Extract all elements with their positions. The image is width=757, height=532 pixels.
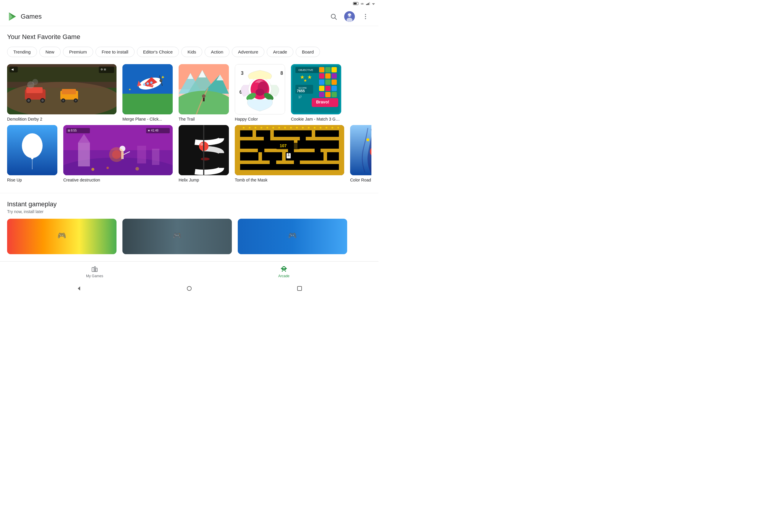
creative-destruction-scene: ⊞ 8:55 ★ 41:48 <box>63 125 173 175</box>
arcade-icon <box>280 266 288 273</box>
svg-rect-218 <box>282 267 283 268</box>
instant-games-row: 🎮 🎮 <box>7 219 371 254</box>
nav-label-my-games: My Games <box>86 274 103 278</box>
nav-item-my-games[interactable]: My Games <box>0 262 189 282</box>
chip-editors-choice[interactable]: Editor's Choice <box>137 47 179 57</box>
svg-rect-0 <box>366 4 367 5</box>
home-button[interactable] <box>186 285 193 292</box>
game-card-happy-color[interactable]: 3 8 6 <box>235 64 285 122</box>
chip-arcade[interactable]: Arcade <box>267 47 293 57</box>
svg-point-26 <box>42 99 44 102</box>
instant-game-1[interactable]: 🎮 <box>7 219 116 254</box>
game-card-cookie-jam[interactable]: OBJECTIVE SCORE 7655 17 <box>291 64 341 122</box>
svg-rect-224 <box>282 271 283 272</box>
game-name-cookie-jam: Cookie Jam - Match 3 Games <box>291 117 341 122</box>
svg-rect-90 <box>331 73 337 79</box>
game-card-creative-destruction[interactable]: ⊞ 8:55 ★ 41:48 Creative destruction <box>63 125 173 182</box>
chip-action[interactable]: Action <box>205 47 229 57</box>
svg-text:3: 3 <box>241 71 244 76</box>
svg-rect-95 <box>325 86 331 91</box>
svg-rect-222 <box>283 270 284 271</box>
svg-point-14 <box>365 14 366 15</box>
game-thumb-rise-up <box>7 125 57 175</box>
instant-game-2[interactable]: 🎮 <box>122 219 232 254</box>
color-road-scene <box>350 125 371 175</box>
search-icon <box>330 13 337 20</box>
game-card-demolition-derby-2[interactable]: ◀ ⚙ ⊞ Demolition Derby 2 <box>7 64 116 122</box>
svg-rect-125 <box>152 149 159 165</box>
svg-point-62 <box>202 94 205 98</box>
game-thumb-helix-jump <box>179 125 229 175</box>
recents-button[interactable] <box>296 285 303 292</box>
svg-rect-3 <box>369 2 370 5</box>
game-name-demolition-derby-2: Demolition Derby 2 <box>7 117 116 122</box>
svg-point-181 <box>288 153 289 155</box>
svg-rect-176 <box>282 152 286 164</box>
game-card-the-trail[interactable]: The Trail <box>179 64 229 122</box>
instant-game-2-thumb: 🎮 <box>122 219 232 254</box>
svg-rect-158 <box>235 125 240 175</box>
svg-point-38 <box>32 79 38 85</box>
svg-text:✦: ✦ <box>128 87 131 92</box>
play-store-icon <box>7 11 18 22</box>
more-options-button[interactable] <box>360 11 371 22</box>
svg-text:8: 8 <box>280 71 283 76</box>
game-name-rise-up: Rise Up <box>7 178 57 182</box>
svg-point-135 <box>201 158 210 161</box>
game-name-helix-jump: Helix Jump <box>179 178 229 182</box>
avatar[interactable] <box>344 11 355 22</box>
back-button[interactable] <box>76 285 82 292</box>
svg-text:⊞ 8:55: ⊞ 8:55 <box>68 129 77 132</box>
svg-text:🎮: 🎮 <box>57 231 66 240</box>
svg-rect-160 <box>339 125 344 175</box>
rise-up-scene <box>7 125 57 175</box>
game-card-merge-plane[interactable]: ✦ ✦ Merge Plane - Click... <box>122 64 173 122</box>
demolition-derby-scene: ◀ ⚙ ⊞ <box>7 64 116 114</box>
svg-text:OBJECTIVE: OBJECTIVE <box>298 69 313 72</box>
nav-item-arcade[interactable]: Arcade <box>189 262 378 282</box>
svg-point-127 <box>106 167 109 169</box>
svg-rect-167 <box>320 149 339 152</box>
svg-point-149 <box>296 127 298 129</box>
svg-line-8 <box>335 18 337 19</box>
chip-premium[interactable]: Premium <box>63 47 93 57</box>
svg-point-119 <box>112 150 121 159</box>
svg-rect-63 <box>203 98 205 102</box>
chip-free-to-install[interactable]: Free to install <box>96 47 135 57</box>
svg-point-146 <box>278 127 280 129</box>
svg-rect-213 <box>92 267 94 272</box>
svg-text:7655: 7655 <box>297 89 305 93</box>
chip-kids[interactable]: Kids <box>181 47 202 57</box>
wifi-icon <box>360 2 364 5</box>
svg-point-144 <box>266 127 268 129</box>
game-card-color-road[interactable]: Color Road <box>350 125 371 182</box>
instant-gameplay-subtitle: Try now, install later <box>7 209 371 214</box>
trail-scene <box>179 64 229 114</box>
chip-new[interactable]: New <box>39 47 61 57</box>
chip-board[interactable]: Board <box>296 47 320 57</box>
game-name-happy-color: Happy Color <box>235 117 285 122</box>
svg-point-30 <box>62 100 64 102</box>
svg-rect-172 <box>270 130 274 140</box>
game-card-rise-up[interactable]: Rise Up <box>7 125 57 182</box>
game-card-helix-jump[interactable]: Helix Jump <box>179 125 229 182</box>
chip-trending[interactable]: Trending <box>7 47 37 57</box>
game-card-tomb-of-the-mask[interactable]: 107 Tomb of the Mask <box>235 125 344 182</box>
svg-rect-171 <box>253 130 256 140</box>
svg-rect-161 <box>240 137 264 140</box>
svg-marker-228 <box>78 286 80 290</box>
svg-rect-225 <box>285 271 286 272</box>
chip-adventure[interactable]: Adventure <box>232 47 264 57</box>
svg-point-154 <box>325 127 327 129</box>
search-button[interactable] <box>328 11 340 22</box>
instant-game-1-thumb: 🎮 <box>7 219 116 254</box>
svg-point-15 <box>365 16 366 17</box>
instant-game-3[interactable]: 🎮 <box>238 219 347 254</box>
svg-text:◀: ◀ <box>11 68 14 71</box>
svg-rect-217 <box>286 268 287 269</box>
svg-point-153 <box>320 127 321 129</box>
svg-rect-183 <box>350 125 371 175</box>
game-thumb-demolition-derby-2: ◀ ⚙ ⊞ <box>7 64 116 114</box>
svg-rect-96 <box>331 86 337 91</box>
svg-rect-227 <box>284 269 285 269</box>
